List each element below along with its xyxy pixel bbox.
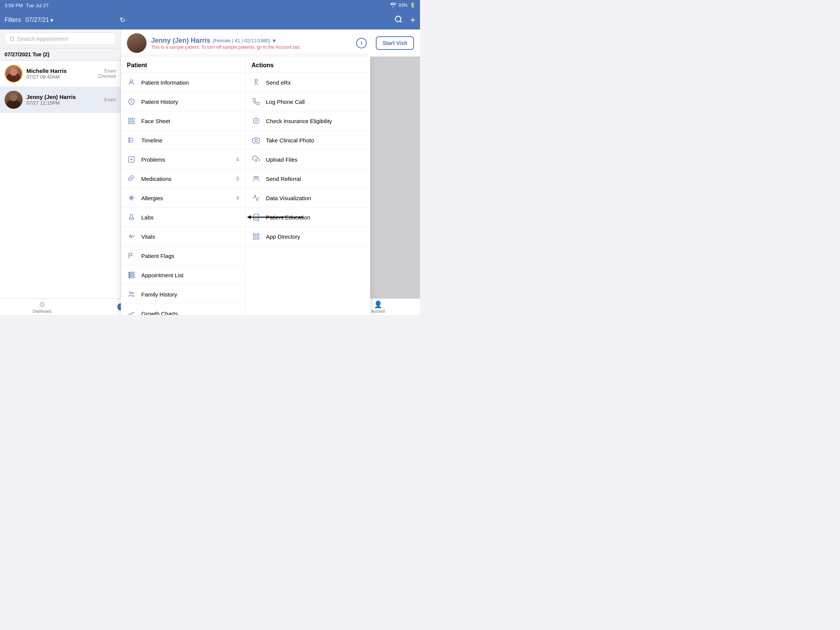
patient-header-avatar — [127, 33, 147, 53]
check-insurance-label: Check Insurance Eligibility — [266, 118, 364, 124]
face-sheet-label: Face Sheet — [141, 118, 239, 124]
svg-rect-6 — [129, 118, 131, 120]
main-layout: Search Appointment 07/27/2021 Tue (2) Mi… — [0, 30, 420, 298]
patient-status: Exam — [104, 97, 116, 103]
patient-history-label: Patient History — [141, 99, 239, 105]
medications-badge: 5 — [236, 175, 239, 182]
erx-icon — [251, 78, 261, 87]
svg-rect-7 — [132, 118, 134, 120]
patient-info: Michelle Harris 07/27 09:40AM — [27, 68, 67, 80]
menu-item-allergies[interactable]: Allergies 4 — [121, 188, 245, 208]
svg-point-12 — [129, 141, 130, 142]
svg-rect-48 — [253, 237, 256, 240]
apps-icon — [251, 232, 261, 241]
add-button[interactable]: + — [410, 16, 415, 25]
flask-icon — [127, 213, 136, 222]
tab-dashboard[interactable]: ⊙ Dashboard — [0, 299, 84, 315]
data-viz-label: Data Visualization — [266, 195, 364, 201]
svg-marker-26 — [247, 215, 251, 219]
svg-point-31 — [129, 275, 130, 275]
svg-rect-8 — [129, 122, 131, 124]
patient-section-header: Patient — [121, 57, 245, 73]
patient-header-info: (Female | 41 | 02/11/1980) — [213, 38, 270, 43]
menu-item-log-phone-call[interactable]: Log Phone Call — [245, 92, 370, 111]
svg-point-10 — [129, 137, 130, 139]
upload-files-label: Upload Files — [266, 156, 364, 163]
svg-point-0 — [395, 16, 401, 22]
menu-item-patient-history[interactable]: Patient History — [121, 92, 245, 111]
timeline-label: Timeline — [141, 137, 239, 144]
menu-item-upload-files[interactable]: Upload Files — [245, 150, 370, 169]
problems-badge: 4 — [236, 156, 239, 163]
menu-item-face-sheet[interactable]: Face Sheet — [121, 111, 245, 131]
allergies-badge: 4 — [236, 195, 239, 201]
svg-point-4 — [130, 80, 133, 82]
nav-date[interactable]: 07/27/21 ▾ — [26, 17, 53, 24]
status-right: 93% 🔋 — [390, 3, 415, 8]
menu-item-send-erx[interactable]: Send eRx — [245, 73, 370, 92]
battery-icon: 🔋 — [410, 3, 415, 8]
menu-item-check-insurance[interactable]: Check Insurance Eligibility — [245, 111, 370, 131]
timeline-icon — [127, 136, 136, 145]
flag-icon — [127, 251, 136, 260]
svg-point-30 — [129, 272, 130, 273]
status-date: Tue Jul 27 — [26, 3, 48, 8]
menu-item-labs[interactable]: Labs — [121, 208, 245, 227]
patient-item[interactable]: Michelle Harris 07/27 09:40AM Exam Check… — [0, 61, 120, 87]
patient-item[interactable]: Jenny (Jen) Harris 07/27 12:15PM Exam — [0, 87, 120, 113]
svg-rect-46 — [253, 234, 256, 236]
allergies-label: Allergies — [141, 195, 231, 201]
person-icon — [127, 78, 136, 87]
menu-item-appointment-list[interactable]: Appointment List — [121, 265, 245, 285]
avatar — [5, 91, 23, 109]
refresh-button[interactable]: ↻ — [120, 16, 125, 24]
family-history-label: Family History — [141, 291, 239, 298]
patient-status: Exam Checked — [98, 68, 116, 79]
plus-cross-icon — [127, 155, 136, 164]
menu-item-vitals[interactable]: Vitals — [121, 227, 245, 246]
search-input[interactable]: Search Appointment — [5, 33, 116, 45]
menu-item-family-history[interactable]: Family History — [121, 285, 245, 304]
patient-time: 07/27 12:15PM — [27, 100, 76, 106]
appointment-list-label: Appointment List — [141, 272, 239, 278]
menu-item-patient-flags[interactable]: Patient Flags — [121, 246, 245, 265]
list-icon — [127, 270, 136, 279]
patient-flags-label: Patient Flags — [141, 253, 239, 259]
log-phone-call-label: Log Phone Call — [266, 99, 364, 105]
dropdown-overlay[interactable]: Patient Patient Information Patient H — [121, 57, 420, 298]
problems-label: Problems — [141, 156, 231, 163]
phone-icon — [251, 97, 261, 106]
menu-item-take-photo[interactable]: Take Clinical Photo — [245, 131, 370, 150]
dashboard-icon: ⊙ — [39, 300, 45, 309]
patient-header-details: Jenny (Jen) Harris (Female | 41 | 02/11/… — [151, 36, 301, 50]
menu-item-patient-information[interactable]: Patient Information — [121, 73, 245, 92]
pill-icon — [127, 174, 136, 183]
content-area: Jenny (Jen) Harris (Female | 41 | 02/11/… — [121, 30, 420, 298]
patient-name: Jenny (Jen) Harris — [27, 94, 76, 100]
menu-item-data-viz[interactable]: Data Visualization — [245, 188, 370, 208]
dropdown-menu: Patient Patient Information Patient H — [121, 57, 370, 315]
menu-item-app-directory[interactable]: App Directory — [245, 227, 370, 246]
patient-header-subtext: This is a sample patient. To turn off sa… — [151, 44, 301, 50]
menu-item-problems[interactable]: Problems 4 — [121, 150, 245, 169]
heartbeat-icon — [127, 232, 136, 241]
menu-item-timeline[interactable]: Timeline — [121, 131, 245, 150]
data-viz-icon — [251, 193, 261, 202]
patient-time: 07/27 09:40AM — [27, 74, 67, 80]
upload-icon — [251, 155, 261, 164]
medications-label: Medications — [141, 175, 231, 182]
svg-point-33 — [129, 292, 131, 294]
status-left: 3:56 PM Tue Jul 27 — [5, 3, 49, 8]
info-icon[interactable]: i — [356, 38, 367, 48]
menu-item-medications[interactable]: Medications 5 — [121, 169, 245, 188]
status-bar: 3:56 PM Tue Jul 27 93% 🔋 — [0, 0, 420, 11]
filters-button[interactable]: Filters — [5, 17, 21, 24]
patient-info: Jenny (Jen) Harris 07/27 12:15PM — [27, 94, 76, 106]
grid-icon — [127, 116, 136, 125]
search-icon[interactable] — [394, 15, 403, 25]
app-directory-label: App Directory — [266, 234, 364, 240]
menu-item-send-referral[interactable]: Send Referral — [245, 169, 370, 188]
start-visit-button[interactable]: Start Visit — [376, 36, 414, 50]
wifi-icon — [390, 3, 396, 8]
menu-item-growth-charts[interactable]: Growth Charts — [121, 304, 245, 315]
